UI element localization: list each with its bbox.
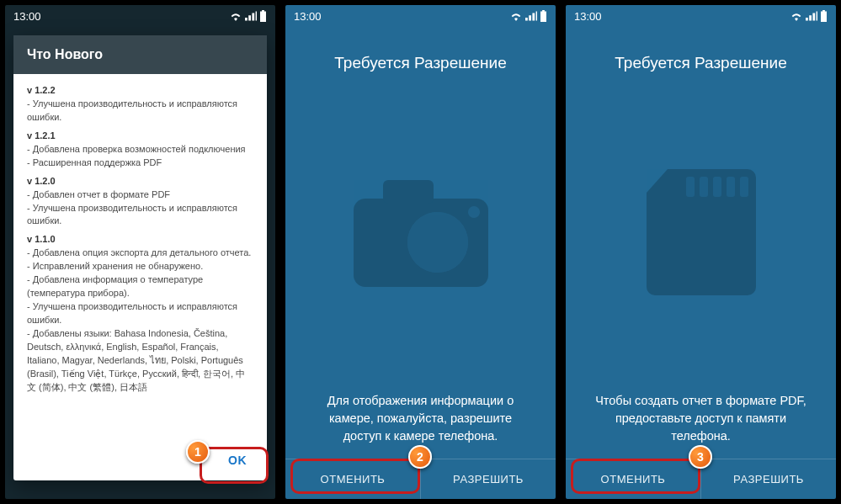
status-icons bbox=[790, 10, 828, 22]
svg-rect-6 bbox=[700, 177, 708, 197]
wifi-icon bbox=[790, 11, 803, 21]
allow-button[interactable]: РАЗРЕШИТЬ bbox=[420, 459, 556, 499]
svg-rect-8 bbox=[727, 177, 735, 197]
svg-point-4 bbox=[468, 206, 480, 218]
version-heading: v 1.2.2 bbox=[27, 84, 253, 98]
changelog-item: - Добавлен отчет в формате PDF bbox=[27, 188, 253, 202]
changelog-item: - Улучшена производительность и исправля… bbox=[27, 202, 253, 229]
status-bar: 13:00 bbox=[285, 5, 556, 27]
camera-icon bbox=[285, 72, 556, 392]
ok-button[interactable]: OK bbox=[213, 447, 262, 474]
battery-icon bbox=[540, 10, 547, 22]
svg-rect-7 bbox=[713, 177, 721, 197]
phone-frame-3: 13:00 Требуется Разрешение Чтобы bbox=[561, 0, 841, 504]
battery-icon bbox=[259, 10, 267, 22]
status-time: 13:00 bbox=[294, 10, 322, 23]
changelog-item: - Исправлений хранения не обнаружено. bbox=[27, 260, 253, 273]
phone-frame-1: 13:00 Что Нового v 1.2.2 - Улучшена прои… bbox=[0, 0, 280, 504]
svg-point-3 bbox=[407, 212, 468, 273]
whats-new-dialog: Что Нового v 1.2.2 - Улучшена производит… bbox=[13, 35, 267, 480]
annotation-marker-2: 2 bbox=[408, 445, 432, 469]
wifi-icon bbox=[509, 11, 523, 21]
permission-screen: 13:00 Требуется Разрешение Чтобы bbox=[566, 5, 836, 499]
changelog-item: - Расширенная поддержка PDF bbox=[27, 157, 253, 170]
dialog-body: v 1.2.2 - Улучшена производительность и … bbox=[13, 74, 267, 442]
version-heading: v 1.2.1 bbox=[27, 130, 253, 143]
svg-rect-1 bbox=[383, 180, 434, 204]
cancel-button[interactable]: ОТМЕНИТЬ bbox=[285, 459, 420, 499]
changelog-item: - Добавлена проверка возможностей подклю… bbox=[27, 143, 253, 157]
changelog-item: - Улучшена производительность и исправля… bbox=[27, 98, 253, 125]
sdcard-icon bbox=[566, 72, 836, 392]
version-heading: v 1.2.0 bbox=[27, 175, 253, 188]
phone-frame-2: 13:00 Требуется Разрешение Для отображен… bbox=[280, 0, 561, 504]
annotation-marker-1: 1 bbox=[186, 440, 210, 464]
changelog-item: - Добавлена опция экспорта для детальног… bbox=[27, 247, 253, 260]
permission-screen: 13:00 Требуется Разрешение Для отображен… bbox=[285, 5, 556, 499]
changelog-item: - Добавлена информация о температуре (те… bbox=[27, 273, 253, 300]
status-time: 13:00 bbox=[574, 10, 602, 23]
svg-rect-5 bbox=[686, 177, 695, 197]
permission-title: Требуется Разрешение bbox=[566, 54, 836, 72]
cancel-button[interactable]: ОТМЕНИТЬ bbox=[566, 459, 700, 499]
signal-icon bbox=[806, 11, 817, 21]
battery-icon bbox=[820, 10, 828, 22]
status-time: 13:00 bbox=[13, 10, 41, 23]
annotation-marker-3: 3 bbox=[689, 445, 712, 469]
permission-title: Требуется Разрешение bbox=[285, 54, 556, 72]
status-bar: 13:00 bbox=[5, 5, 275, 27]
signal-icon bbox=[245, 11, 257, 21]
version-heading: v 1.1.0 bbox=[27, 233, 253, 247]
signal-icon bbox=[525, 11, 537, 21]
status-bar: 13:00 bbox=[566, 5, 836, 27]
status-icons bbox=[509, 10, 547, 22]
changelog-item: - Добавлены языки: Bahasa Indonesia, Češ… bbox=[27, 327, 253, 395]
dialog-footer: OK bbox=[13, 442, 267, 480]
dialog-title: Что Нового bbox=[13, 35, 267, 74]
status-icons bbox=[229, 10, 267, 22]
svg-rect-9 bbox=[740, 177, 748, 197]
wifi-icon bbox=[229, 11, 242, 21]
allow-button[interactable]: РАЗРЕШИТЬ bbox=[700, 459, 836, 499]
changelog-item: - Улучшена производительность и исправля… bbox=[27, 300, 253, 327]
